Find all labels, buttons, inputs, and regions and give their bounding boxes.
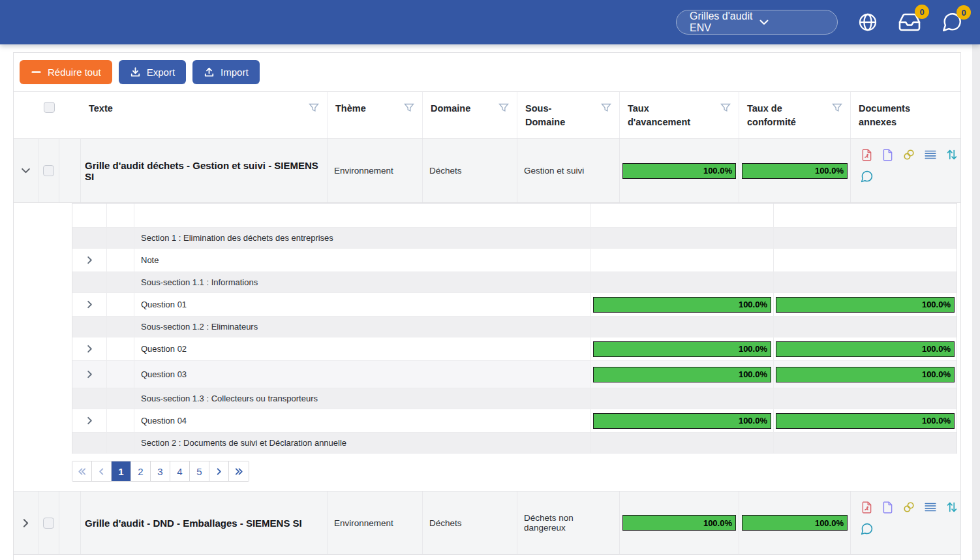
filter-icon[interactable] bbox=[404, 102, 414, 113]
subgrid-section-row: Section 1 : Elimination des déchets des … bbox=[72, 228, 957, 249]
collapse-row-icon[interactable] bbox=[19, 164, 33, 178]
subgrid-section-row: Section 2 : Documents de suivi et Déclar… bbox=[72, 433, 957, 454]
progress-bar-conformite: 100.0% bbox=[776, 341, 955, 357]
question-label[interactable]: Question 04 bbox=[134, 409, 591, 432]
page-first-button[interactable] bbox=[72, 461, 92, 481]
row-title[interactable]: Grille d'audit déchets - Gestion et suiv… bbox=[81, 139, 328, 202]
row-spacer-cell bbox=[59, 491, 81, 554]
main-panel: Réduire tout Export Import Te bbox=[13, 52, 961, 560]
subgrid-section-row: Sous-section 1.1 : Informations bbox=[72, 272, 957, 293]
grid-selector-value: Grilles d'audit ENV bbox=[690, 10, 758, 34]
row-avancement-cell: 100.0% bbox=[620, 139, 739, 202]
filter-icon[interactable] bbox=[601, 102, 611, 113]
progress-bar-conformite: 100.0% bbox=[742, 515, 848, 531]
list-icon[interactable] bbox=[923, 500, 938, 514]
progress-bar-conformite: 100.0% bbox=[776, 297, 955, 313]
select-all-column-header bbox=[38, 92, 59, 138]
progress-bar-conformite: 100.0% bbox=[742, 163, 848, 179]
row-domaine: Déchets bbox=[423, 491, 517, 554]
grid-selector-dropdown[interactable]: Grilles d'audit ENV bbox=[676, 10, 838, 35]
expand-row-icon[interactable] bbox=[84, 254, 96, 266]
chat-badge: 0 bbox=[957, 5, 971, 20]
subgrid-item-row: Note bbox=[72, 249, 957, 272]
section-label: Section 1 : Elimination des déchets des … bbox=[134, 228, 591, 248]
expand-row-icon[interactable] bbox=[19, 516, 33, 530]
filter-icon[interactable] bbox=[832, 102, 842, 113]
section-label: Sous-section 1.3 : Collecteurs ou transp… bbox=[134, 388, 591, 409]
row-title[interactable]: Grille d'audit - DND - Emballages - SIEM… bbox=[81, 491, 328, 554]
comment-icon[interactable] bbox=[860, 522, 874, 536]
filter-icon[interactable] bbox=[309, 102, 319, 113]
link-icon[interactable] bbox=[902, 500, 916, 514]
page-number[interactable]: 4 bbox=[170, 461, 190, 481]
comment-icon[interactable] bbox=[860, 170, 874, 183]
chevron-down-icon bbox=[758, 16, 827, 28]
row-theme: Environnement bbox=[328, 491, 423, 554]
row-sous-domaine: Déchets non dangereux bbox=[517, 491, 620, 554]
row-domaine: Déchets bbox=[423, 139, 517, 202]
item-label[interactable]: Note bbox=[134, 249, 591, 272]
expand-row-icon[interactable] bbox=[84, 414, 96, 427]
column-header-conformite: Taux de conformité bbox=[739, 92, 851, 138]
filter-icon[interactable] bbox=[498, 102, 509, 113]
row-conformite-cell: 100.0% bbox=[739, 139, 851, 202]
topbar: Grilles d'audit ENV 0 0 bbox=[0, 0, 980, 44]
subgrid-header-row bbox=[72, 204, 957, 228]
row-checkbox-cell bbox=[38, 491, 59, 554]
section-label: Sous-section 1.1 : Informations bbox=[134, 272, 591, 292]
column-header-domaine: Domaine bbox=[423, 92, 517, 138]
row-checkbox[interactable] bbox=[43, 165, 54, 176]
question-label[interactable]: Question 02 bbox=[134, 337, 591, 360]
row-checkbox-cell bbox=[38, 139, 59, 202]
inbox-badge: 0 bbox=[915, 5, 929, 19]
page-last-button[interactable] bbox=[229, 461, 249, 481]
subgrid-question-row: Question 01 100.0% 100.0% bbox=[72, 293, 957, 317]
expand-row-icon[interactable] bbox=[84, 343, 96, 355]
page-prev-button[interactable] bbox=[92, 461, 112, 481]
vertical-scrollbar[interactable] bbox=[972, 44, 980, 560]
progress-bar-avancement: 100.0% bbox=[593, 297, 771, 313]
inbox-icon[interactable]: 0 bbox=[898, 10, 921, 34]
pdf-icon[interactable] bbox=[860, 501, 874, 514]
import-button[interactable]: Import bbox=[192, 60, 260, 84]
page-number[interactable]: 5 bbox=[190, 461, 209, 481]
column-header-theme: Thème bbox=[328, 92, 423, 138]
link-icon[interactable] bbox=[902, 148, 916, 162]
globe-icon[interactable] bbox=[857, 12, 878, 33]
collapse-all-button[interactable]: Réduire tout bbox=[20, 60, 112, 84]
expand-row-icon[interactable] bbox=[84, 298, 96, 311]
download-icon bbox=[130, 67, 141, 78]
minus-icon bbox=[31, 67, 42, 78]
table-row: Grille d'audit - DND - Emballages - SIEM… bbox=[14, 491, 960, 555]
column-header-documents: Documents annexes bbox=[851, 92, 960, 138]
subgrid-question-row: Question 02 100.0% 100.0% bbox=[72, 337, 957, 361]
list-icon[interactable] bbox=[923, 148, 938, 162]
expand-row-icon[interactable] bbox=[84, 368, 96, 381]
chat-bubble-icon[interactable]: 0 bbox=[941, 11, 963, 33]
sort-arrows-icon[interactable] bbox=[945, 148, 959, 162]
filter-icon[interactable] bbox=[720, 102, 731, 113]
page-number[interactable]: 3 bbox=[151, 461, 170, 481]
subgrid-question-row: Question 04 100.0% 100.0% bbox=[72, 409, 957, 433]
page-number[interactable]: 1 bbox=[112, 461, 131, 481]
select-all-checkbox[interactable] bbox=[44, 102, 55, 113]
page-next-button[interactable] bbox=[209, 461, 229, 481]
toolbar: Réduire tout Export Import bbox=[14, 53, 960, 91]
column-header-avancement: Taux d'avancement bbox=[620, 92, 739, 138]
row-avancement-cell: 100.0% bbox=[620, 491, 739, 554]
page-number[interactable]: 2 bbox=[131, 461, 151, 481]
sort-arrows-icon[interactable] bbox=[945, 500, 959, 514]
document-icon[interactable] bbox=[881, 501, 895, 514]
row-checkbox[interactable] bbox=[43, 518, 54, 529]
question-label[interactable]: Question 03 bbox=[134, 361, 591, 388]
upload-icon bbox=[204, 67, 215, 78]
progress-bar-avancement: 100.0% bbox=[593, 341, 771, 357]
import-label: Import bbox=[221, 67, 249, 78]
export-button[interactable]: Export bbox=[119, 60, 186, 84]
export-label: Export bbox=[147, 67, 175, 78]
question-label[interactable]: Question 01 bbox=[134, 293, 591, 316]
row-theme: Environnement bbox=[328, 139, 423, 202]
document-icon[interactable] bbox=[881, 148, 895, 162]
pdf-icon[interactable] bbox=[860, 148, 874, 162]
row-documents-cell bbox=[851, 491, 960, 554]
